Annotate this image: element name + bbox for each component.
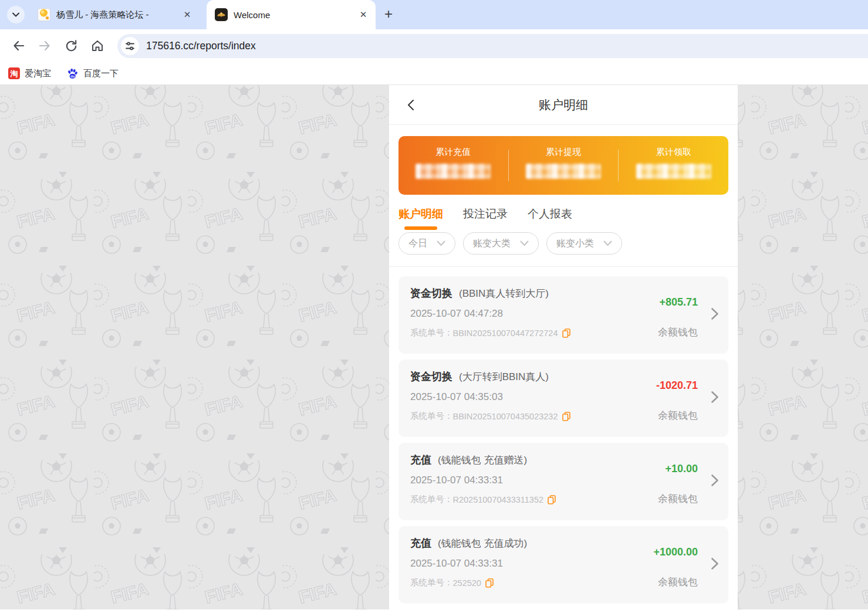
order-number: R202510070433311352 bbox=[453, 495, 544, 504]
back-button[interactable] bbox=[11, 38, 27, 54]
chevron-left-icon bbox=[406, 99, 417, 111]
tab-account-detail[interactable]: 账户明细 bbox=[398, 206, 443, 231]
tab-label: 个人报表 bbox=[528, 208, 572, 220]
url-text[interactable]: 175616.cc/reports/index bbox=[146, 40, 256, 52]
transaction-amount: +1000.00 bbox=[653, 546, 698, 558]
tab-label: 投注记录 bbox=[463, 208, 508, 220]
tab-label: 账户明细 bbox=[398, 208, 443, 220]
tab-title: Welcome bbox=[234, 10, 351, 20]
page-title: 账户明细 bbox=[389, 85, 738, 125]
stat-total-withdraw: 累计提现 bbox=[509, 136, 619, 195]
chevron-down-icon bbox=[520, 240, 529, 246]
account-detail-panel: 账户明细 累计充值 累计提现 累计领取 账户明细 bbox=[389, 85, 738, 609]
transaction-card[interactable]: 充值 (钱能钱包 充值成功) 2025-10-07 04:33:31 系统单号：… bbox=[398, 526, 728, 604]
transaction-type: 充值 bbox=[410, 536, 431, 550]
stat-label: 累计领取 bbox=[656, 147, 691, 158]
transaction-description: (钱能钱包 充值赠送) bbox=[438, 453, 527, 467]
masked-value bbox=[526, 164, 601, 179]
transaction-wallet: 余额钱包 bbox=[658, 326, 698, 339]
chevron-right-icon[interactable] bbox=[711, 307, 719, 323]
transaction-amount: +805.71 bbox=[659, 296, 698, 309]
filter-minor-type[interactable]: 账变小类 bbox=[546, 232, 622, 255]
stat-total-claim: 累计领取 bbox=[619, 136, 728, 195]
welcome-favicon-icon bbox=[215, 8, 228, 21]
stat-label: 累计充值 bbox=[435, 147, 471, 158]
address-bar[interactable]: 175616.cc/reports/index bbox=[117, 34, 868, 58]
tab-close-icon[interactable]: ✕ bbox=[182, 9, 192, 20]
forward-arrow-icon bbox=[38, 39, 52, 53]
transaction-card[interactable]: 资金切换 (大厅转到BBIN真人) 2025-10-07 04:35:03 系统… bbox=[398, 360, 728, 437]
transaction-card[interactable]: 资金切换 (BBIN真人转到大厅) 2025-10-07 04:47:28 系统… bbox=[398, 276, 728, 354]
filter-major-type[interactable]: 账变大类 bbox=[463, 232, 539, 255]
filter-label: 账变大类 bbox=[473, 238, 511, 250]
copy-icon[interactable] bbox=[562, 412, 570, 421]
bookmark-baidu[interactable]: du 百度一下 bbox=[66, 67, 119, 80]
transaction-wallet: 余额钱包 bbox=[658, 575, 698, 589]
transaction-description: (大厅转到BBIN真人) bbox=[459, 370, 549, 384]
filter-label: 账变小类 bbox=[556, 238, 594, 250]
order-number: BBIN202510070447272724 bbox=[453, 328, 558, 338]
order-label: 系统单号： bbox=[410, 327, 453, 338]
transaction-type: 充值 bbox=[410, 453, 431, 467]
bookmark-label: 爱淘宝 bbox=[25, 68, 51, 79]
page-back-button[interactable] bbox=[403, 97, 420, 113]
transaction-time: 2025-10-07 04:33:31 bbox=[410, 558, 717, 570]
copy-icon[interactable] bbox=[548, 495, 556, 504]
transaction-time: 2025-10-07 04:35:03 bbox=[410, 391, 717, 403]
reload-button[interactable] bbox=[63, 38, 79, 54]
transaction-wallet: 余额钱包 bbox=[658, 492, 698, 506]
svg-text:淘: 淘 bbox=[10, 69, 18, 78]
page-background: FIFA bbox=[0, 85, 868, 609]
chevron-right-icon[interactable] bbox=[711, 391, 719, 406]
active-tab-underline bbox=[404, 226, 437, 230]
stat-label: 累计提现 bbox=[546, 147, 581, 158]
stat-total-deposit: 累计充值 bbox=[398, 136, 508, 195]
browser-tab-welcome[interactable]: Welcome ✕ bbox=[207, 0, 376, 29]
back-arrow-icon bbox=[12, 39, 26, 53]
bookmark-label: 百度一下 bbox=[83, 68, 119, 79]
browser-toolbar: 175616.cc/reports/index bbox=[0, 29, 868, 62]
copy-icon[interactable] bbox=[485, 578, 494, 588]
transaction-time: 2025-10-07 04:33:31 bbox=[410, 475, 717, 486]
transaction-time: 2025-10-07 04:47:28 bbox=[410, 308, 717, 320]
transaction-amount: -1020.71 bbox=[656, 379, 698, 392]
transaction-amount: +10.00 bbox=[665, 463, 698, 475]
tab-search-button[interactable] bbox=[7, 6, 25, 23]
order-label: 系统单号： bbox=[410, 411, 453, 422]
chevron-down-icon bbox=[437, 240, 445, 246]
browser-tab-forum[interactable]: 杨雪儿 - 海燕策略论坛 - ✕ bbox=[29, 0, 200, 29]
site-settings-tune-icon bbox=[125, 41, 135, 51]
forum-favicon-icon bbox=[38, 8, 50, 21]
order-label: 系统单号： bbox=[410, 577, 453, 588]
transaction-card[interactable]: 充值 (钱能钱包 充值赠送) 2025-10-07 04:33:31 系统单号：… bbox=[398, 443, 728, 520]
bookmarks-bar: 淘 爱淘宝 du 百度一下 bbox=[0, 62, 868, 85]
tab-personal-report[interactable]: 个人报表 bbox=[528, 206, 572, 231]
transaction-wallet: 余额钱包 bbox=[658, 409, 698, 422]
section-tabs: 账户明细 投注记录 个人报表 bbox=[389, 195, 738, 229]
transaction-type: 资金切换 bbox=[410, 370, 452, 384]
taobao-icon: 淘 bbox=[8, 67, 20, 79]
filter-date[interactable]: 今日 bbox=[398, 232, 455, 255]
bookmark-taobao[interactable]: 淘 爱淘宝 bbox=[8, 67, 51, 79]
chevron-right-icon[interactable] bbox=[711, 557, 719, 572]
chevron-down-icon bbox=[12, 11, 20, 19]
chevron-right-icon[interactable] bbox=[711, 474, 719, 489]
tab-title: 杨雪儿 - 海燕策略论坛 - bbox=[56, 9, 175, 21]
tab-bet-records[interactable]: 投注记录 bbox=[463, 206, 508, 231]
order-number: BBIN202510070435023232 bbox=[453, 412, 558, 421]
transaction-description: (BBIN真人转到大厅) bbox=[459, 287, 549, 300]
baidu-paw-icon: du bbox=[66, 67, 79, 80]
site-settings-button[interactable] bbox=[121, 37, 139, 55]
transaction-type: 资金切换 bbox=[410, 286, 452, 300]
transaction-list: 资金切换 (BBIN真人转到大厅) 2025-10-07 04:47:28 系统… bbox=[389, 267, 738, 609]
masked-value bbox=[416, 164, 491, 179]
home-button[interactable] bbox=[89, 38, 106, 54]
tab-close-icon[interactable]: ✕ bbox=[358, 9, 369, 20]
new-tab-button[interactable]: + bbox=[380, 6, 397, 23]
forward-button[interactable] bbox=[36, 38, 53, 54]
browser-tab-strip: 杨雪儿 - 海燕策略论坛 - ✕ Welcome ✕ + bbox=[0, 0, 868, 29]
copy-icon[interactable] bbox=[562, 328, 570, 338]
panel-header: 账户明细 bbox=[389, 85, 738, 125]
svg-text:du: du bbox=[70, 74, 75, 77]
filters-row: 今日 账变大类 账变小类 bbox=[389, 229, 738, 267]
